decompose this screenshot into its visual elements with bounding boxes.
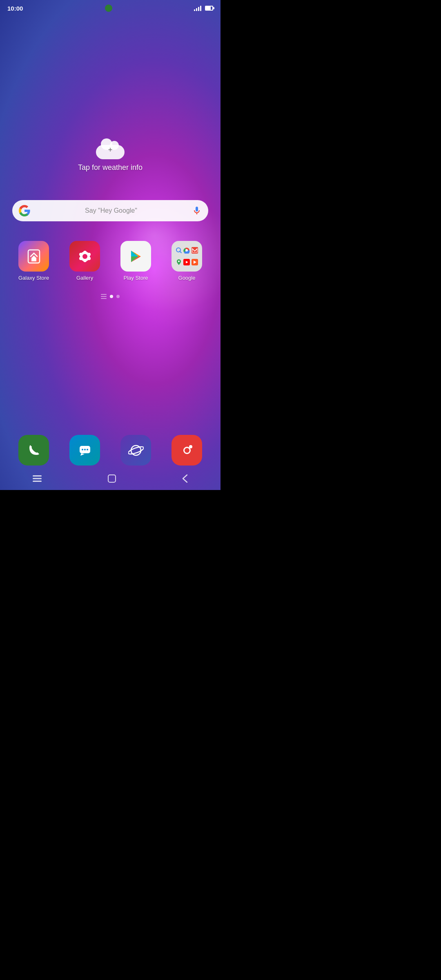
- app-item-gallery[interactable]: Gallery: [69, 241, 100, 281]
- svg-point-35: [189, 445, 192, 448]
- page-indicators: [101, 294, 120, 299]
- svg-point-6: [79, 257, 82, 260]
- svg-point-28: [82, 449, 83, 450]
- app-item-galaxy-store[interactable]: Galaxy Store: [18, 241, 49, 281]
- battery-icon: [205, 6, 213, 11]
- play-store-label: Play Store: [124, 275, 148, 281]
- page-dot-2[interactable]: [116, 295, 120, 298]
- status-time: 10:00: [7, 5, 23, 12]
- play-store-icon: [120, 241, 151, 272]
- dock-messages-icon[interactable]: [69, 435, 100, 466]
- nav-recents-button[interactable]: [24, 471, 50, 486]
- status-icons: [194, 5, 213, 11]
- svg-rect-37: [33, 478, 42, 479]
- gallery-label: Gallery: [76, 275, 93, 281]
- nav-home-button[interactable]: [99, 470, 125, 487]
- svg-point-34: [185, 448, 189, 453]
- status-bar: 10:00: [0, 0, 220, 16]
- dock: [0, 435, 220, 466]
- svg-rect-39: [108, 475, 116, 482]
- mic-icon[interactable]: [192, 206, 202, 216]
- google-g-icon: [19, 205, 30, 216]
- svg-point-8: [82, 254, 87, 259]
- svg-point-5: [83, 259, 87, 262]
- svg-point-22: [178, 261, 180, 262]
- signal-icon: [194, 5, 201, 11]
- gallery-icon: [69, 241, 100, 272]
- nav-back-button[interactable]: [174, 470, 196, 487]
- weather-widget[interactable]: + Tap for weather info: [78, 139, 143, 172]
- svg-point-29: [84, 449, 86, 450]
- svg-point-7: [79, 253, 82, 256]
- svg-point-30: [87, 449, 88, 450]
- google-folder-icon: [172, 241, 202, 272]
- svg-rect-38: [33, 481, 42, 482]
- google-label: Google: [178, 275, 196, 281]
- svg-point-32: [128, 445, 144, 455]
- camera-cutout: [105, 4, 112, 12]
- dock-phone-icon[interactable]: [18, 435, 49, 466]
- search-placeholder: Say "Hey Google": [34, 207, 188, 214]
- apps-drawer-indicator: [101, 294, 107, 299]
- dock-camera-icon[interactable]: [172, 435, 202, 466]
- dock-browser-icon[interactable]: [120, 435, 151, 466]
- app-grid: Galaxy Store Gallery: [0, 241, 220, 281]
- galaxy-store-label: Galaxy Store: [18, 275, 49, 281]
- google-search-bar[interactable]: Say "Hey Google": [12, 200, 208, 221]
- cloud-plus-icon: +: [96, 139, 125, 159]
- galaxy-store-icon: [18, 241, 49, 272]
- svg-point-3: [87, 253, 91, 256]
- svg-point-4: [87, 257, 91, 260]
- svg-rect-36: [33, 475, 42, 477]
- svg-point-2: [83, 251, 87, 254]
- app-item-google[interactable]: Google: [172, 241, 202, 281]
- svg-point-20: [185, 249, 188, 252]
- page-dot-1[interactable]: [110, 295, 113, 298]
- weather-tap-text: Tap for weather info: [78, 163, 143, 172]
- app-item-play-store[interactable]: Play Store: [120, 241, 151, 281]
- nav-bar: [0, 467, 220, 490]
